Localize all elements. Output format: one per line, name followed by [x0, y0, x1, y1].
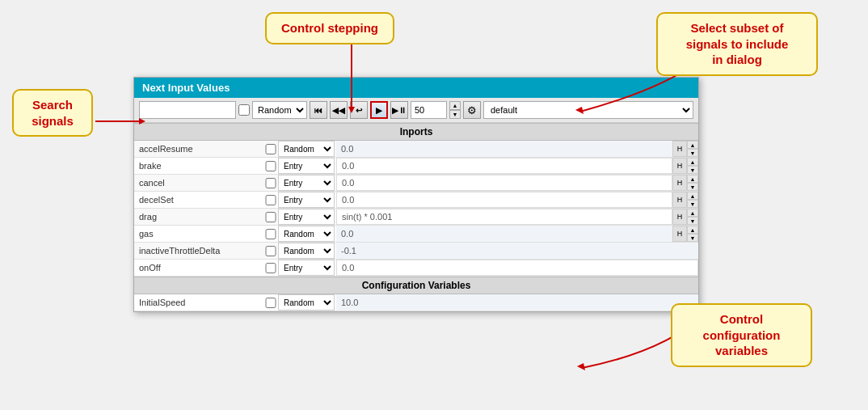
h-button[interactable]: H — [672, 192, 687, 208]
signal-name: inactiveThrottleDelta — [134, 243, 263, 258]
spinner-down[interactable]: ▼ — [687, 234, 698, 242]
h-button[interactable]: H — [672, 158, 687, 174]
dialog-title: Next Input Values — [142, 82, 230, 94]
row-checkbox[interactable] — [263, 246, 278, 256]
back-btn[interactable]: ↩ — [350, 101, 368, 119]
table-row: gas Random H ▲ ▼ — [134, 226, 698, 243]
config-vars-section-header: Configuration Variables — [134, 277, 698, 294]
spin-up-btn[interactable]: ▲ — [449, 101, 461, 110]
row-checkbox[interactable] — [263, 195, 278, 205]
row-mode-dropdown[interactable]: Random — [278, 226, 335, 242]
row-value[interactable] — [336, 158, 672, 174]
spinner-down[interactable]: ▼ — [687, 149, 698, 157]
first-btn[interactable]: ⏮ — [310, 101, 327, 119]
h-button[interactable]: H — [672, 226, 687, 242]
table-row: cancel Entry H ▲ ▼ — [134, 175, 698, 192]
row-value[interactable] — [336, 192, 672, 208]
table-container: Inports accelResume Random H ▲ ▼ brake E… — [134, 123, 698, 311]
row-mode-dropdown[interactable]: Entry — [278, 209, 335, 225]
search-signals-annotation: Searchsignals — [12, 89, 93, 137]
spinner-up[interactable]: ▲ — [687, 192, 698, 200]
step-spinner[interactable]: ▲ ▼ — [449, 101, 461, 119]
row-spinner[interactable]: ▲ ▼ — [687, 175, 698, 191]
search-input[interactable] — [139, 101, 236, 119]
row-spinner[interactable]: ▲ ▼ — [687, 158, 698, 174]
dialog-titlebar: Next Input Values — [134, 78, 698, 98]
select-subset-annotation: Select subset ofsignals to includein dia… — [656, 12, 818, 76]
row-checkbox[interactable] — [263, 298, 278, 308]
table-row: brake Entry H ▲ ▼ — [134, 158, 698, 175]
gear-btn[interactable]: ⚙ — [463, 101, 481, 119]
row-checkbox[interactable] — [263, 144, 278, 154]
signal-name: accelResume — [134, 142, 263, 156]
row-mode-dropdown[interactable]: Entry — [278, 260, 335, 276]
spinner-down[interactable]: ▼ — [687, 183, 698, 191]
table-row: onOff Entry — [134, 260, 698, 277]
row-spinner[interactable]: ▲ ▼ — [687, 226, 698, 242]
signal-name: cancel — [134, 175, 263, 190]
table-row: accelResume Random H ▲ ▼ — [134, 141, 698, 158]
spinner-down[interactable]: ▼ — [687, 217, 698, 225]
row-mode-dropdown[interactable]: Random — [278, 294, 335, 311]
row-checkbox[interactable] — [263, 229, 278, 239]
prev-step-btn[interactable]: ◀◀ — [330, 101, 348, 119]
spinner-up[interactable]: ▲ — [687, 175, 698, 183]
signal-name: decelSet — [134, 192, 263, 207]
signal-name: onOff — [134, 260, 263, 275]
next-btn[interactable]: ▶⏸ — [390, 101, 408, 119]
h-button[interactable]: H — [672, 209, 687, 225]
h-button[interactable]: H — [672, 141, 687, 157]
control-stepping-annotation: Control stepping — [265, 12, 394, 44]
row-value — [336, 141, 672, 157]
row-value — [336, 243, 698, 259]
table-row: inactiveThrottleDelta Random — [134, 243, 698, 260]
row-mode-dropdown[interactable]: Random — [278, 243, 335, 259]
row-checkbox[interactable] — [263, 263, 278, 273]
signal-name: InitialSpeed — [134, 295, 263, 310]
play-btn[interactable]: ▶ — [370, 101, 388, 119]
table-row: InitialSpeed Random — [134, 294, 698, 311]
row-mode-dropdown[interactable]: Entry — [278, 175, 335, 191]
inports-section-header: Inports — [134, 123, 698, 141]
row-value[interactable] — [336, 260, 698, 276]
table-row: drag Entry H ▲ ▼ — [134, 209, 698, 226]
signal-name: gas — [134, 226, 263, 241]
row-mode-dropdown[interactable]: Entry — [278, 192, 335, 208]
row-checkbox[interactable] — [263, 178, 278, 188]
signal-name: brake — [134, 159, 263, 173]
mode-dropdown[interactable]: Random — [252, 101, 307, 119]
spinner-down[interactable]: ▼ — [687, 166, 698, 174]
signal-name: drag — [134, 209, 263, 224]
row-spinner[interactable]: ▲ ▼ — [687, 209, 698, 225]
row-value — [336, 294, 698, 311]
dialog-toolbar: Random ⏮ ◀◀ ↩ ▶ ▶⏸ ▲ ▼ ⚙ default — [134, 98, 698, 123]
control-config-annotation: Controlconfigurationvariables — [671, 303, 812, 367]
row-spinner[interactable]: ▲ ▼ — [687, 192, 698, 208]
spinner-up[interactable]: ▲ — [687, 226, 698, 234]
row-mode-dropdown[interactable]: Entry — [278, 158, 335, 174]
row-mode-dropdown[interactable]: Random — [278, 141, 335, 157]
spinner-up[interactable]: ▲ — [687, 158, 698, 166]
spinner-up[interactable]: ▲ — [687, 141, 698, 149]
row-checkbox[interactable] — [263, 212, 278, 222]
row-value[interactable] — [336, 175, 672, 191]
spin-down-btn[interactable]: ▼ — [449, 110, 461, 119]
row-value[interactable] — [336, 209, 672, 225]
table-row: decelSet Entry H ▲ ▼ — [134, 192, 698, 209]
profile-dropdown[interactable]: default — [483, 101, 693, 119]
h-button[interactable]: H — [672, 175, 687, 191]
svg-marker-5 — [577, 363, 585, 370]
row-spinner[interactable]: ▲ ▼ — [687, 141, 698, 157]
dialog-window: Next Input Values Random ⏮ ◀◀ ↩ ▶ ▶⏸ ▲ ▼… — [133, 77, 699, 312]
spinner-down[interactable]: ▼ — [687, 200, 698, 208]
filter-checkbox[interactable] — [238, 104, 250, 116]
step-count-input[interactable] — [411, 101, 447, 119]
spinner-up[interactable]: ▲ — [687, 209, 698, 217]
row-value — [336, 226, 672, 242]
row-checkbox[interactable] — [263, 161, 278, 171]
